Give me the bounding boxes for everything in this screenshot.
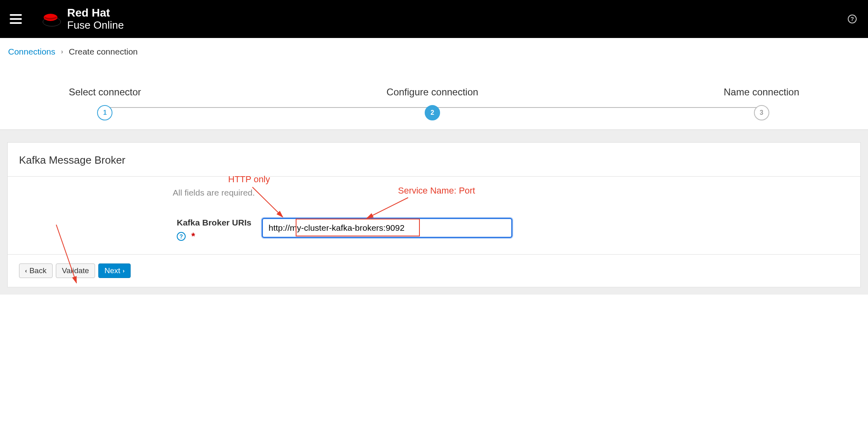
brand-title: Red Hat	[67, 6, 124, 19]
wizard-step-label: Name connection	[724, 86, 799, 98]
field-help-icon[interactable]: ?	[177, 232, 186, 241]
wizard-step-number: 1	[97, 105, 112, 120]
form-label-wrap: Kafka Broker URIs ? *	[19, 218, 262, 242]
panel-footer: ‹ Back Validate Next ›	[8, 254, 860, 287]
validate-button[interactable]: Validate	[56, 263, 95, 278]
form-label: Kafka Broker URIs	[177, 218, 262, 228]
redhat-fedora-icon	[41, 11, 61, 27]
panel-title: Kafka Message Broker	[8, 143, 860, 177]
svg-line-3	[367, 198, 408, 218]
kafka-broker-uris-input[interactable]	[262, 218, 512, 238]
form-row-kafka-broker-uris: Kafka Broker URIs ? *	[19, 218, 849, 242]
required-note: All fields are required.	[173, 188, 849, 198]
wizard-step-label: Configure connection	[387, 86, 478, 98]
wizard-step-number: 3	[754, 105, 769, 120]
content-area: Kafka Message Broker HTTP only Service N…	[0, 130, 868, 295]
next-button[interactable]: Next ›	[98, 263, 131, 278]
help-icon[interactable]: ?	[848, 15, 857, 23]
wizard-step-label: Select connector	[69, 86, 141, 98]
chevron-right-icon: ›	[61, 48, 63, 55]
breadcrumb: Connections › Create connection	[0, 38, 868, 65]
breadcrumb-current: Create connection	[69, 47, 138, 57]
brand-subtitle: Fuse Online	[67, 19, 124, 32]
button-label: Next	[104, 266, 120, 275]
breadcrumb-root-link[interactable]: Connections	[8, 47, 55, 57]
back-button[interactable]: ‹ Back	[19, 263, 53, 278]
brand: Red Hat Fuse Online	[41, 6, 124, 32]
wizard-steps: Select connector 1 Configure connection …	[0, 65, 868, 130]
panel-body: HTTP only Service Name: Port	[8, 177, 860, 254]
topbar: Red Hat Fuse Online ?	[0, 0, 868, 38]
chevron-left-icon: ‹	[25, 268, 27, 274]
button-label: Back	[30, 266, 47, 275]
wizard-step-name-connection[interactable]: Name connection 3	[724, 86, 799, 120]
chevron-right-icon: ›	[123, 268, 125, 274]
required-star-icon: *	[191, 231, 195, 242]
wizard-step-configure-connection[interactable]: Configure connection 2	[387, 86, 478, 120]
button-label: Validate	[62, 266, 89, 275]
wizard-step-select-connector[interactable]: Select connector 1	[69, 86, 141, 120]
brand-text: Red Hat Fuse Online	[67, 6, 124, 32]
config-panel: Kafka Message Broker HTTP only Service N…	[7, 142, 861, 287]
wizard-step-number: 2	[425, 105, 440, 120]
hamburger-menu-button[interactable]	[10, 14, 22, 24]
